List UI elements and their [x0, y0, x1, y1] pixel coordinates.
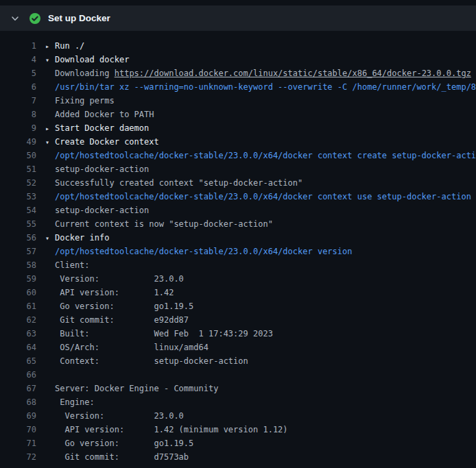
group-label: Create Docker context	[55, 137, 159, 147]
line-number[interactable]: 6	[0, 80, 36, 94]
log-line: 59 Version: 23.0.0	[0, 272, 476, 286]
log-line: 62 Git commit: e92dd87	[0, 313, 476, 327]
log-line: 4 ▾Download docker	[0, 53, 476, 66]
download-url-link[interactable]: https://download.docker.com/linux/static…	[115, 69, 471, 78]
line-number[interactable]: 61	[0, 299, 36, 313]
line-number[interactable]: 72	[0, 450, 36, 464]
log-line: 63 Built: Wed Feb 1 17:43:29 2023	[0, 327, 476, 341]
log-text: Engine:	[45, 395, 95, 409]
log-line: 9 ▸Start Docker daemon	[0, 121, 476, 135]
log-group-toggle[interactable]: ▾Docker info	[45, 231, 109, 245]
line-number[interactable]: 55	[0, 217, 36, 231]
log-line: 53 /opt/hostedtoolcache/docker-stable/23…	[0, 190, 476, 204]
log-text: Built: Wed Feb 1 17:43:29 2023	[45, 327, 273, 341]
log-line: 54 setup-docker-action	[0, 204, 476, 217]
log-line: 67 Server: Docker Engine - Community	[0, 382, 476, 395]
log-line: 65 Context: setup-docker-action	[0, 354, 476, 368]
log-line: 50 /opt/hostedtoolcache/docker-stable/23…	[0, 149, 476, 162]
log-line: 56 ▾Docker info	[0, 231, 476, 245]
step-header[interactable]: Set up Docker	[0, 5, 476, 31]
line-number[interactable]: 67	[0, 382, 36, 395]
log-text: Successfully created context "setup-dock…	[45, 176, 302, 190]
log-line: 66	[0, 368, 476, 382]
group-label: Run ./	[55, 41, 84, 51]
log-group-toggle[interactable]: ▾Download docker	[45, 53, 129, 66]
log-text: Version: 23.0.0	[45, 272, 184, 286]
log-line: 49 ▾Create Docker context	[0, 135, 476, 149]
chevron-down-icon[interactable]	[10, 13, 21, 24]
line-number[interactable]: 71	[0, 436, 36, 450]
log-line: 51 setup-docker-action	[0, 162, 476, 176]
log-group-toggle[interactable]: ▸Run ./	[45, 39, 84, 53]
line-number[interactable]: 66	[0, 368, 36, 382]
log-line: 72 Git commit: d7573ab	[0, 450, 476, 464]
triangle-collapsed-icon: ▸	[45, 122, 55, 135]
line-number[interactable]: 8	[0, 108, 36, 121]
step-title: Set up Docker	[48, 13, 110, 23]
log-text: Server: Docker Engine - Community	[45, 382, 218, 395]
log-text: OS/Arch: linux/amd64	[45, 341, 209, 354]
line-number[interactable]: 54	[0, 204, 36, 217]
triangle-collapsed-icon: ▸	[45, 40, 55, 53]
line-number[interactable]: 53	[0, 190, 36, 204]
line-number[interactable]: 59	[0, 272, 36, 286]
group-label: Docker info	[55, 233, 109, 243]
log-line: 1 ▸Run ./	[0, 39, 476, 53]
line-number[interactable]: 58	[0, 258, 36, 272]
log-lines: 1 ▸Run ./ 4 ▾Download docker 5 Downloadi…	[0, 31, 476, 464]
line-number[interactable]: 68	[0, 395, 36, 409]
triangle-expanded-icon: ▾	[45, 136, 55, 149]
log-line: 57 /opt/hostedtoolcache/docker-stable/23…	[0, 245, 476, 258]
log-line: 61 Go version: go1.19.5	[0, 299, 476, 313]
line-number[interactable]: 51	[0, 162, 36, 176]
line-number[interactable]: 49	[0, 135, 36, 149]
triangle-expanded-icon: ▾	[45, 53, 55, 66]
success-check-icon	[29, 12, 41, 25]
log-line: 71 Go version: go1.19.5	[0, 436, 476, 450]
log-line: 69 Version: 23.0.0	[0, 409, 476, 423]
log-text: Version: 23.0.0	[45, 409, 184, 423]
line-number[interactable]: 9	[0, 121, 36, 135]
log-text: Fixing perms	[45, 94, 115, 108]
log-text: Go version: go1.19.5	[45, 436, 193, 450]
log-text: Git commit: e92dd87	[45, 313, 189, 327]
line-number[interactable]: 70	[0, 423, 36, 436]
log-text	[45, 368, 55, 382]
log-text: Go version: go1.19.5	[45, 299, 193, 313]
log-line: 6 /usr/bin/tar xz --warning=no-unknown-k…	[0, 80, 476, 94]
line-number[interactable]: 64	[0, 341, 36, 354]
line-number[interactable]: 50	[0, 149, 36, 162]
log-line: 70 API version: 1.42 (minimum version 1.…	[0, 423, 476, 436]
line-number[interactable]: 69	[0, 409, 36, 423]
line-number[interactable]: 60	[0, 286, 36, 299]
line-number[interactable]: 1	[0, 39, 36, 53]
log-group-toggle[interactable]: ▾Create Docker context	[45, 135, 159, 149]
log-line: 8 Added Docker to PATH	[0, 108, 476, 121]
triangle-expanded-icon: ▾	[45, 232, 55, 245]
log-line: 64 OS/Arch: linux/amd64	[0, 341, 476, 354]
line-number[interactable]: 62	[0, 313, 36, 327]
workflow-log-panel: Set up Docker 1 ▸Run ./ 4 ▾Download dock…	[0, 5, 476, 464]
log-text: Context: setup-docker-action	[45, 354, 248, 368]
log-text: Client:	[45, 258, 90, 272]
log-line: 58 Client:	[0, 258, 476, 272]
log-line: 52 Successfully created context "setup-d…	[0, 176, 476, 190]
line-number[interactable]: 52	[0, 176, 36, 190]
line-number[interactable]: 63	[0, 327, 36, 341]
log-text: Git commit: d7573ab	[45, 450, 189, 464]
log-text: Current context is now "setup-docker-act…	[45, 217, 273, 231]
log-line: 7 Fixing perms	[0, 94, 476, 108]
log-line: 68 Engine:	[0, 395, 476, 409]
group-label: Download docker	[55, 55, 129, 64]
group-label: Start Docker daemon	[55, 123, 149, 133]
command-text: /usr/bin/tar xz --warning=no-unknown-key…	[45, 80, 476, 94]
log-text: setup-docker-action	[45, 162, 149, 176]
line-number[interactable]: 57	[0, 245, 36, 258]
log-group-toggle[interactable]: ▸Start Docker daemon	[45, 121, 149, 135]
line-number[interactable]: 65	[0, 354, 36, 368]
line-number[interactable]: 7	[0, 94, 36, 108]
command-text: /opt/hostedtoolcache/docker-stable/23.0.…	[45, 149, 476, 162]
line-number[interactable]: 5	[0, 66, 36, 80]
line-number[interactable]: 4	[0, 53, 36, 66]
line-number[interactable]: 56	[0, 231, 36, 245]
